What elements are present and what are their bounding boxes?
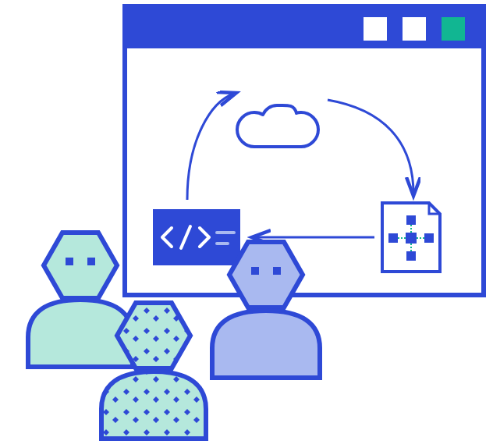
svg-rect-19 bbox=[273, 267, 281, 275]
svg-rect-18 bbox=[251, 267, 259, 275]
svg-rect-7 bbox=[406, 251, 416, 261]
svg-rect-9 bbox=[424, 233, 434, 243]
svg-marker-17 bbox=[229, 242, 303, 308]
window-control bbox=[403, 17, 426, 41]
svg-rect-5 bbox=[406, 233, 417, 244]
svg-marker-14 bbox=[44, 233, 117, 298]
window-control bbox=[442, 17, 465, 41]
window-control bbox=[364, 17, 387, 41]
window-titlebar bbox=[125, 6, 484, 48]
svg-rect-6 bbox=[406, 215, 416, 225]
diagram-illustration bbox=[0, 0, 493, 448]
document-icon bbox=[382, 203, 440, 272]
svg-rect-8 bbox=[388, 233, 398, 243]
svg-rect-1 bbox=[153, 209, 240, 265]
svg-rect-15 bbox=[66, 258, 73, 265]
person-icon bbox=[28, 233, 133, 367]
svg-marker-23 bbox=[117, 303, 190, 368]
code-block-icon bbox=[153, 209, 240, 265]
svg-rect-16 bbox=[87, 258, 95, 265]
